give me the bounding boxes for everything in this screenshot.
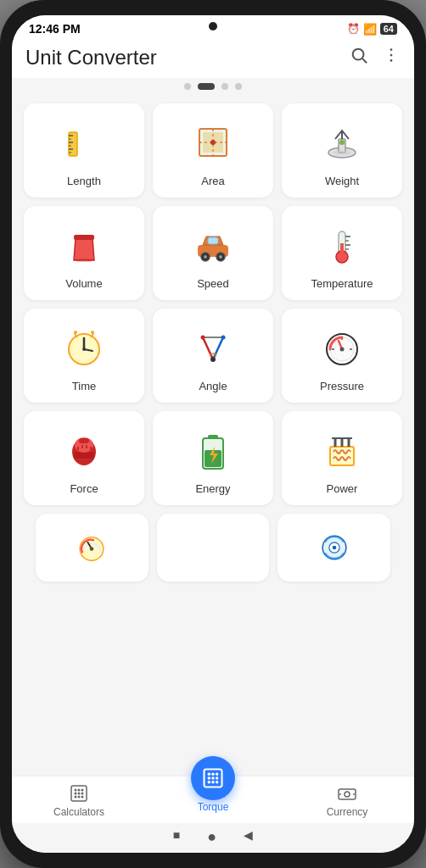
svg-point-4 <box>390 59 393 62</box>
partial-row <box>24 514 402 581</box>
dot-4 <box>235 83 242 90</box>
volume-icon <box>59 220 109 270</box>
nav-calculators-label: Calculators <box>53 806 104 818</box>
svg-point-82 <box>78 789 81 792</box>
nav-currency[interactable]: Currency <box>280 783 414 818</box>
svg-line-44 <box>213 337 223 359</box>
page-dots <box>12 78 414 98</box>
svg-point-47 <box>221 336 226 340</box>
svg-point-102 <box>339 793 341 795</box>
svg-point-29 <box>219 255 222 259</box>
svg-rect-22 <box>74 235 94 240</box>
weight-label: Weight <box>325 175 359 187</box>
svg-point-86 <box>81 793 84 795</box>
back-button[interactable]: ◀ <box>244 828 253 846</box>
svg-rect-65 <box>208 435 218 439</box>
app-title: Unit Converter <box>25 46 157 70</box>
grid-item-speed[interactable]: Speed <box>153 206 273 300</box>
svg-point-0 <box>353 49 364 60</box>
area-label: Area <box>201 175 224 187</box>
svg-line-1 <box>362 58 367 63</box>
svg-point-92 <box>211 773 215 776</box>
grid: Length Area <box>24 103 402 505</box>
grid-item-energy[interactable]: Energy <box>153 411 273 505</box>
grid-item-pressure[interactable]: Pressure <box>282 309 402 403</box>
svg-point-46 <box>201 336 205 340</box>
converter-grid: Length Area <box>12 98 414 769</box>
status-time: 12:46 PM <box>29 22 81 36</box>
dot-2-active <box>198 83 215 90</box>
header-actions <box>350 46 401 70</box>
more-options-icon[interactable] <box>382 46 401 70</box>
svg-rect-59 <box>79 438 89 443</box>
svg-point-93 <box>216 773 218 776</box>
svg-point-55 <box>340 348 345 352</box>
energy-label: Energy <box>195 482 230 495</box>
svg-point-87 <box>75 796 77 798</box>
svg-point-2 <box>390 48 393 51</box>
grid-item-weight[interactable]: Weight <box>282 103 402 198</box>
pressure-icon <box>317 322 367 373</box>
time-icon <box>59 322 109 373</box>
svg-point-94 <box>208 776 211 780</box>
svg-line-43 <box>203 337 213 359</box>
partial-item-1[interactable] <box>36 514 149 581</box>
area-icon <box>188 117 238 168</box>
fab-label: Torque <box>198 801 229 813</box>
svg-point-99 <box>216 781 218 784</box>
svg-point-3 <box>390 54 393 57</box>
svg-rect-57 <box>74 452 94 459</box>
angle-label: Angle <box>199 380 227 392</box>
pressure-label: Pressure <box>320 380 364 392</box>
svg-point-85 <box>78 793 81 795</box>
svg-point-76 <box>90 547 94 551</box>
svg-point-103 <box>353 793 355 795</box>
speed-icon <box>188 220 238 270</box>
svg-point-97 <box>208 781 211 784</box>
power-icon <box>317 425 367 476</box>
search-icon[interactable] <box>350 46 368 70</box>
force-icon <box>59 425 109 476</box>
energy-icon <box>188 425 238 476</box>
partial-item-2-torque[interactable] <box>157 514 270 581</box>
svg-point-42 <box>91 331 94 334</box>
android-nav-bar: ■ ● ◀ <box>12 823 414 853</box>
grid-item-angle[interactable]: Angle <box>153 309 273 403</box>
grid-item-volume[interactable]: Volume <box>24 206 144 300</box>
svg-point-95 <box>211 776 215 780</box>
bottom-nav: Calculators . Torque <box>12 776 414 823</box>
volume-label: Volume <box>65 277 102 290</box>
temperature-label: Temperature <box>311 277 373 290</box>
nav-calculators[interactable]: Calculators <box>12 783 146 818</box>
grid-item-area[interactable]: Area <box>153 103 273 198</box>
grid-item-power[interactable]: Power <box>282 411 402 505</box>
grid-item-time[interactable]: Time <box>24 309 144 403</box>
grid-item-force[interactable]: Force <box>24 411 144 505</box>
svg-rect-32 <box>340 243 344 257</box>
dot-3 <box>221 83 228 90</box>
camera-notch <box>209 22 217 31</box>
svg-rect-25 <box>208 237 218 244</box>
dot-1 <box>184 83 191 90</box>
svg-point-48 <box>210 357 216 362</box>
svg-point-21 <box>334 150 350 155</box>
force-label: Force <box>70 482 98 495</box>
recent-apps-button[interactable]: ■ <box>173 828 180 846</box>
svg-point-20 <box>339 140 345 145</box>
grid-item-temperature[interactable]: Temperature <box>282 206 402 300</box>
app-header: Unit Converter <box>12 39 414 78</box>
svg-point-81 <box>75 789 77 792</box>
power-label: Power <box>327 482 358 495</box>
svg-point-84 <box>75 793 77 795</box>
fab-converters[interactable] <box>191 756 235 800</box>
svg-point-28 <box>204 255 207 259</box>
svg-point-89 <box>81 796 84 798</box>
speed-label: Speed <box>197 277 229 290</box>
nav-currency-label: Currency <box>327 806 368 818</box>
home-button[interactable]: ● <box>207 828 216 846</box>
weight-icon <box>317 117 367 168</box>
time-label: Time <box>72 380 96 392</box>
grid-item-length[interactable]: Length <box>24 103 144 198</box>
svg-point-16 <box>210 140 216 145</box>
partial-item-3[interactable] <box>277 514 390 581</box>
